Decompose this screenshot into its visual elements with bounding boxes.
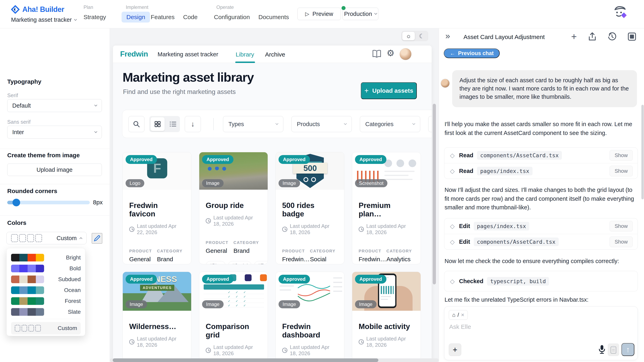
palette-option-custom[interactable]: Custom <box>11 322 81 335</box>
preview-canvas: ☼ ☾ Fredwin Marketing asset tracker Libr… <box>110 28 439 362</box>
asset-thumbnail: 500 Approved Image <box>276 152 344 190</box>
clipboard-icon <box>610 346 616 354</box>
preview-button[interactable]: ▷ Preview <box>298 8 341 20</box>
dark-mode-segment[interactable]: ☾ <box>416 31 428 41</box>
asset-card-fredwin-favicon[interactable]: F Approved Logo Fredwin favicon Last upd… <box>122 152 192 264</box>
nav-item-documents[interactable]: Documents <box>257 12 290 22</box>
tag[interactable]: #Social <box>228 261 252 264</box>
asset-card-premium-plan[interactable]: Approved Screenshot Premium plan… Last u… <box>352 152 421 264</box>
types-filter-select[interactable]: Types <box>223 116 283 132</box>
vertical-scrollbar-thumb[interactable] <box>433 104 436 284</box>
palette-option-bold[interactable]: Bold <box>11 264 81 273</box>
asset-title: Premium plan… <box>359 201 414 218</box>
user-avatar[interactable] <box>400 48 412 60</box>
serif-select[interactable]: Default <box>7 99 102 112</box>
palette-option-forest[interactable]: Forest <box>11 297 81 306</box>
nav-group-plan: Plan <box>84 4 93 10</box>
close-icon[interactable]: × <box>461 312 464 318</box>
search-button[interactable] <box>128 116 144 132</box>
share-icon[interactable] <box>588 32 596 41</box>
show-button[interactable]: Show <box>610 237 633 247</box>
asset-updated: Last updated Apr 18, 2026 <box>359 223 414 236</box>
assistant-message: Let me fix the unrelated TypeScript erro… <box>444 296 636 304</box>
show-button[interactable]: Show <box>610 150 633 161</box>
sort-button[interactable]: ↓ <box>185 116 201 132</box>
previous-chat-button[interactable]: ← Previous chat <box>444 48 500 58</box>
light-dark-toggle[interactable]: ☼ ☾ <box>402 31 428 41</box>
corner-radius-slider-thumb[interactable] <box>12 199 20 206</box>
context-chip[interactable]: ⌂ / × <box>449 310 468 320</box>
nav-item-code[interactable]: Code <box>182 12 199 22</box>
divider <box>213 118 214 130</box>
clipboard-button[interactable] <box>608 344 619 356</box>
asset-card-mobile-activity[interactable]: Approved Image Mobile activity Last upda… <box>352 272 421 362</box>
nav-item-configuration[interactable]: Configuration <box>212 12 251 22</box>
tag[interactable]: #Blog <box>206 261 226 264</box>
nav-item-strategy[interactable]: Strategy <box>82 12 108 22</box>
divider <box>0 149 110 149</box>
asset-updated: Last updated Apr 18, 2026 <box>206 344 261 357</box>
palette-option-subdued[interactable]: Subdued <box>11 275 81 284</box>
asset-card-500-rides-badge[interactable]: 500 Approved Image 500 rides badge Last … <box>276 152 344 264</box>
asset-thumbnail: DERNESS ADVENTURES Approved Image <box>123 272 191 311</box>
grid-view-segment[interactable] <box>150 117 164 131</box>
more-filter-select[interactable] <box>428 116 432 132</box>
show-button[interactable]: Show <box>610 166 633 176</box>
add-attachment-button[interactable]: + <box>449 344 461 356</box>
nav-item-features[interactable]: Features <box>149 12 176 22</box>
diamond-icon: ◇ <box>450 278 454 285</box>
chevron-up-icon <box>80 237 82 240</box>
nav-item-design[interactable]: Design <box>122 12 150 22</box>
workspace-switcher[interactable]: Marketing asset tracker <box>11 16 76 23</box>
edit-colors-button[interactable] <box>92 233 102 244</box>
categories-filter-select[interactable]: Categories <box>360 116 420 132</box>
tab-archive[interactable]: Archive <box>265 51 285 58</box>
chat-scrollbar-thumb[interactable] <box>642 105 644 199</box>
palette-option-ocean[interactable]: Ocean <box>11 286 81 295</box>
light-mode-segment[interactable]: ☼ <box>402 32 415 40</box>
chevron-down-icon <box>412 122 415 125</box>
library-book-icon[interactable] <box>372 49 381 58</box>
palette-option-slate[interactable]: Slate <box>11 307 81 317</box>
asset-card-fredwin-dashboard[interactable]: Approved Image Fredwin dashboard Last up… <box>276 272 344 362</box>
diamond-icon: ◇ <box>450 152 454 159</box>
palette-option-bright[interactable]: Bright <box>11 253 81 262</box>
app-root: Aha! Builder Marketing asset tracker Pla… <box>0 0 644 362</box>
asset-card-comparison-grid[interactable]: ✓✓✓ ✓✓✓ ✓✓✓ ✓✓✓ Approved Image Compariso… <box>199 272 268 362</box>
asset-title: 500 rides badge <box>282 201 338 218</box>
products-filter-select[interactable]: Products <box>292 116 352 132</box>
history-icon[interactable] <box>608 32 616 41</box>
collapse-panel-icon[interactable]: » <box>445 31 450 41</box>
settings-gear-icon[interactable]: ⚙ <box>386 48 394 58</box>
environment-select[interactable]: Production <box>342 8 378 20</box>
asset-updated: Last updated Apr 22, 2026 <box>129 223 185 236</box>
status-badge: Approved <box>278 275 310 284</box>
send-button[interactable]: ↑ <box>622 343 634 356</box>
tag[interactable]: #Events <box>254 261 268 264</box>
upload-assets-button[interactable]: + Upload assets <box>361 82 417 99</box>
show-button[interactable]: Show <box>610 221 633 232</box>
color-palette-select[interactable]: Custom <box>6 232 86 244</box>
sans-serif-select[interactable]: Inter <box>7 126 102 139</box>
ask-elle-input[interactable] <box>449 323 630 330</box>
elle-assistant-icon[interactable] <box>612 4 628 20</box>
list-view-segment[interactable] <box>166 116 180 132</box>
chat-input-card[interactable]: ⌂ / × + ↑ <box>444 306 638 360</box>
panel-layout-icon[interactable] <box>628 32 636 41</box>
microphone-icon[interactable] <box>598 345 605 354</box>
asset-updated: Last updated Apr 18, 2026 <box>282 344 338 357</box>
tool-call-group: ◇ Read components/AssetCard.tsx Show ◇ R… <box>444 147 638 179</box>
asset-card-group-ride[interactable]: Approved Image Group ride Last updated A… <box>199 152 268 264</box>
type-badge: Image <box>278 300 300 308</box>
chevron-down-icon <box>374 12 377 15</box>
asset-title: Group ride <box>206 201 261 210</box>
tab-library[interactable]: Library <box>236 51 254 58</box>
asset-card-wilderness[interactable]: DERNESS ADVENTURES Approved Image Wilder… <box>122 272 192 362</box>
user-message: Adjust the size of each asset card to be… <box>452 70 637 107</box>
view-mode-toggle[interactable] <box>149 116 180 132</box>
preview-header: Fredwin Marketing asset tracker Library … <box>113 45 432 63</box>
type-badge: Image <box>278 179 300 187</box>
new-chat-icon[interactable]: + <box>571 32 577 41</box>
upload-image-button[interactable]: Upload image <box>7 163 102 176</box>
horizontal-scrollbar-thumb[interactable] <box>113 359 378 362</box>
